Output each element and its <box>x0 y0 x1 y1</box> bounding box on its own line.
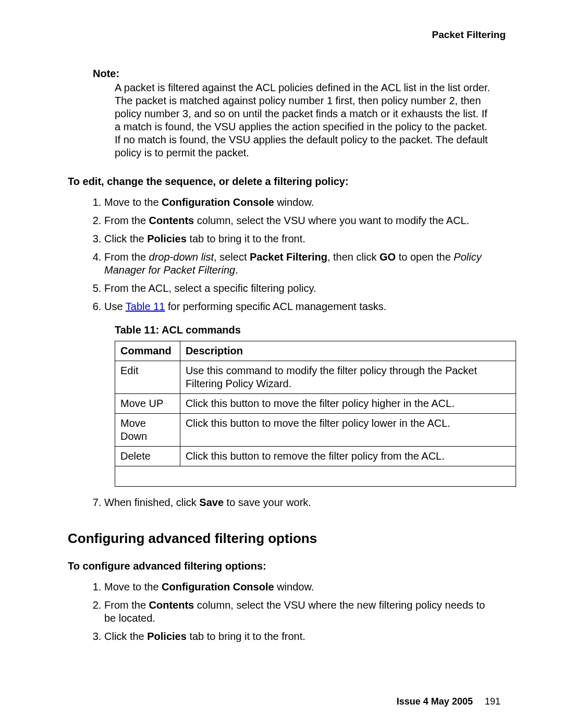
steps-list-2: Move to the Configuration Console window… <box>68 581 495 643</box>
text: tab to bring it to the front. <box>187 233 305 244</box>
text: . <box>235 264 238 276</box>
text: , then click <box>327 251 380 263</box>
table-header-row: Command Description <box>115 341 516 361</box>
text: , select <box>214 251 250 263</box>
note-block: Note: A packet is filtered against the A… <box>93 67 495 159</box>
text: From the <box>104 599 149 611</box>
table-row: Delete Click this button to remove the f… <box>115 446 516 466</box>
table-row: Edit Use this command to modify the filt… <box>115 361 516 393</box>
cell-description: Click this button to remove the filter p… <box>180 446 516 466</box>
step-1: Move to the Configuration Console window… <box>104 196 495 209</box>
term-drop-down-list: drop-down list <box>149 251 214 263</box>
cell-command: Delete <box>115 446 180 466</box>
section-heading-configure-advanced: To configure advanced filtering options: <box>68 560 495 573</box>
text: Move to the <box>104 581 162 593</box>
cell-description: Click this button to move the filter pol… <box>180 393 516 413</box>
term-packet-filtering: Packet Filtering <box>250 251 327 263</box>
step-3: Click the Policies tab to bring it to th… <box>104 232 495 245</box>
text: window. <box>274 196 314 208</box>
col-header-description: Description <box>180 341 516 361</box>
text: From the <box>104 215 149 226</box>
term-configuration-console: Configuration Console <box>162 196 274 208</box>
term-configuration-console: Configuration Console <box>162 581 274 593</box>
footer-issue: Issue 4 May 2005 <box>397 696 473 707</box>
term-go: GO <box>380 251 396 263</box>
step-4: From the drop-down list, select Packet F… <box>104 251 495 277</box>
term-contents: Contents <box>149 215 194 226</box>
step-b1: Move to the Configuration Console window… <box>104 581 495 594</box>
text: Click the <box>104 233 147 244</box>
term-policies: Policies <box>147 631 187 642</box>
step-6: Use Table 11 for performing specific ACL… <box>104 300 495 313</box>
table-row: Move Down Click this button to move the … <box>115 413 516 446</box>
table-caption: Table 11: ACL commands <box>115 324 495 337</box>
text: tab to bring it to the front. <box>187 631 305 642</box>
link-table-11[interactable]: Table 11 <box>126 301 165 312</box>
acl-commands-table: Command Description Edit Use this comman… <box>115 341 516 487</box>
footer-page-number: 191 <box>485 696 500 707</box>
text: to save your work. <box>224 497 311 508</box>
cell-description: Use this command to modify the filter po… <box>180 361 516 393</box>
step-b3: Click the Policies tab to bring it to th… <box>104 630 495 643</box>
step-7: When finished, click Save to save your w… <box>104 496 495 509</box>
cell-description: Click this button to move the filter pol… <box>180 413 516 446</box>
text: From the <box>104 251 149 263</box>
text: Move to the <box>104 196 162 208</box>
text: to open the <box>396 251 454 263</box>
heading-configuring-advanced: Configuring advanced filtering options <box>68 530 495 547</box>
note-text: A packet is filtered against the ACL pol… <box>115 81 495 159</box>
term-save: Save <box>199 497 224 508</box>
table-empty-row <box>115 466 516 486</box>
section-heading-edit-policy: To edit, change the sequence, or delete … <box>68 175 495 188</box>
col-header-command: Command <box>115 341 180 361</box>
cell-command: Edit <box>115 361 180 393</box>
step-2: From the Contents column, select the VSU… <box>104 214 495 227</box>
text: Use <box>104 301 126 312</box>
empty-cell <box>115 466 516 486</box>
step-b2: From the Contents column, select the VSU… <box>104 599 495 625</box>
step-5: From the ACL, select a specific filterin… <box>104 282 495 295</box>
cell-command: Move UP <box>115 393 180 413</box>
text: column, select the VSU where you want to… <box>194 215 469 226</box>
text: Click the <box>104 631 147 642</box>
note-label: Note: <box>93 67 495 80</box>
running-header: Packet Filtering <box>68 29 506 41</box>
text: window. <box>274 581 314 593</box>
term-contents: Contents <box>149 599 194 611</box>
page-footer: Issue 4 May 2005 191 <box>397 696 500 708</box>
document-page: Packet Filtering Note: A packet is filte… <box>0 0 563 728</box>
steps-list-1-cont: When finished, click Save to save your w… <box>68 496 495 509</box>
cell-command: Move Down <box>115 413 180 446</box>
text: for performing specific ACL management t… <box>165 301 386 312</box>
table-row: Move UP Click this button to move the fi… <box>115 393 516 413</box>
text: When finished, click <box>104 497 199 508</box>
steps-list-1: Move to the Configuration Console window… <box>68 196 495 313</box>
term-policies: Policies <box>147 233 187 244</box>
